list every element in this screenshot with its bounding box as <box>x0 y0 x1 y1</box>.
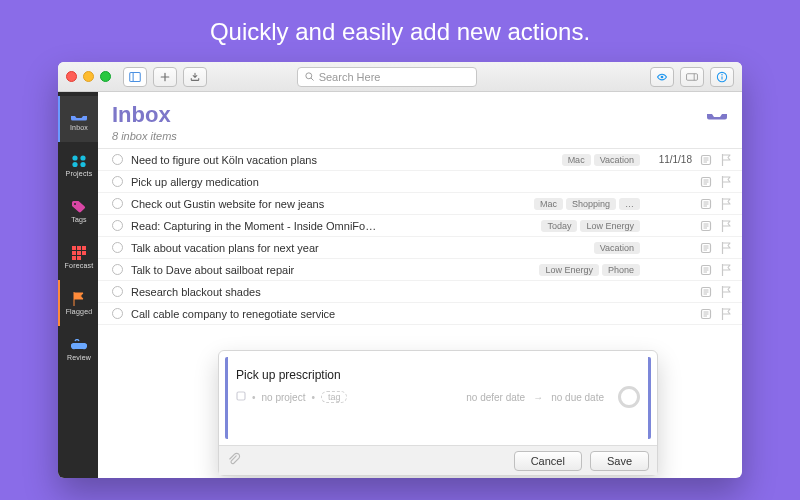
tag-chip[interactable]: Low Energy <box>580 220 640 232</box>
svg-rect-21 <box>72 256 76 260</box>
svg-rect-16 <box>77 246 81 250</box>
flag-icon[interactable] <box>720 176 732 188</box>
task-row[interactable]: Research blackout shades <box>98 281 742 303</box>
note-icon[interactable] <box>700 176 712 188</box>
svg-rect-18 <box>72 251 76 255</box>
tag-chip[interactable]: … <box>619 198 640 210</box>
quick-entry-project[interactable]: no project <box>262 392 306 403</box>
search-placeholder: Search Here <box>319 71 381 83</box>
svg-point-10 <box>72 155 77 160</box>
task-date: 11/1/18 <box>648 154 692 165</box>
quick-entry-defer[interactable]: no defer date <box>466 392 525 403</box>
status-circle[interactable] <box>112 286 123 297</box>
task-row[interactable]: Talk about vacation plans for next yearV… <box>98 237 742 259</box>
svg-rect-17 <box>82 246 86 250</box>
flag-icon[interactable] <box>720 198 732 210</box>
task-title: Read: Capturing in the Moment - Inside O… <box>131 220 533 232</box>
sidebar-item-flagged[interactable]: Flagged <box>58 280 98 326</box>
status-circle[interactable] <box>112 308 123 319</box>
flag-icon[interactable] <box>720 154 732 166</box>
quick-entry-due[interactable]: no due date <box>551 392 604 403</box>
task-row[interactable]: Need to figure out Köln vacation plansMa… <box>98 149 742 171</box>
note-icon[interactable] <box>700 154 712 166</box>
sidebar-item-inbox[interactable]: Inbox <box>58 96 98 142</box>
cancel-button[interactable]: Cancel <box>514 451 582 471</box>
inbox-icon <box>70 108 88 122</box>
sidebar-item-projects[interactable]: Projects <box>58 142 98 188</box>
note-icon[interactable] <box>700 220 712 232</box>
svg-rect-0 <box>130 72 141 81</box>
close-window-button[interactable] <box>66 71 77 82</box>
svg-rect-55 <box>237 392 245 400</box>
tag-chip[interactable]: Today <box>541 220 577 232</box>
tag-chip[interactable]: Phone <box>602 264 640 276</box>
sidebar-item-tags[interactable]: Tags <box>58 188 98 234</box>
svg-point-12 <box>72 161 77 166</box>
status-circle[interactable] <box>112 220 123 231</box>
task-row[interactable]: Read: Capturing in the Moment - Inside O… <box>98 215 742 237</box>
task-row[interactable]: Call cable company to renegotiate servic… <box>98 303 742 325</box>
info-icon <box>716 71 728 83</box>
tag-chip[interactable]: Low Energy <box>539 264 599 276</box>
attachment-icon[interactable] <box>227 452 241 470</box>
note-icon[interactable] <box>700 242 712 254</box>
flag-icon[interactable] <box>720 220 732 232</box>
info-button[interactable] <box>710 67 734 87</box>
quick-entry-panel: • no project • tag no defer date → no du… <box>218 350 658 476</box>
status-circle[interactable] <box>112 242 123 253</box>
flag-icon[interactable] <box>720 286 732 298</box>
svg-point-14 <box>74 203 76 205</box>
tag-chip[interactable]: Vacation <box>594 154 640 166</box>
flag-icon[interactable] <box>720 242 732 254</box>
page-title: Inbox <box>112 102 177 128</box>
search-field[interactable]: Search Here <box>297 67 477 87</box>
eye-icon <box>656 71 668 83</box>
status-circle[interactable] <box>112 154 123 165</box>
note-icon[interactable] <box>700 308 712 320</box>
toggle-inspector-button[interactable] <box>680 67 704 87</box>
search-icon <box>304 71 315 82</box>
task-tags: MacShopping… <box>534 198 640 210</box>
save-button[interactable]: Save <box>590 451 649 471</box>
sidebar-item-forecast[interactable]: Forecast <box>58 234 98 280</box>
svg-point-13 <box>80 161 85 166</box>
flag-icon[interactable] <box>720 264 732 276</box>
task-row[interactable]: Pick up allergy medication <box>98 171 742 193</box>
view-options-button[interactable] <box>650 67 674 87</box>
note-icon[interactable] <box>700 198 712 210</box>
task-title: Talk about vacation plans for next year <box>131 242 586 254</box>
sidebar-item-review[interactable]: Review <box>58 326 98 372</box>
svg-line-3 <box>311 78 313 80</box>
minimize-window-button[interactable] <box>83 71 94 82</box>
tag-chip[interactable]: Mac <box>562 154 591 166</box>
note-icon[interactable] <box>700 264 712 276</box>
tag-chip[interactable]: Shopping <box>566 198 616 210</box>
toggle-sidebar-button[interactable] <box>123 67 147 87</box>
status-circle[interactable] <box>112 264 123 275</box>
inbox-header-icon <box>706 106 728 124</box>
status-circle[interactable] <box>112 176 123 187</box>
traffic-lights <box>66 71 111 82</box>
svg-point-8 <box>721 74 723 76</box>
note-icon[interactable] <box>700 286 712 298</box>
task-title: Research blackout shades <box>131 286 632 298</box>
flag-icon[interactable] <box>720 308 732 320</box>
tag-chip[interactable]: Vacation <box>594 242 640 254</box>
quick-entry-title-input[interactable] <box>236 368 640 382</box>
new-action-button[interactable] <box>153 67 177 87</box>
svg-rect-19 <box>77 251 81 255</box>
flag-icon <box>70 292 88 306</box>
zoom-window-button[interactable] <box>100 71 111 82</box>
page-subtitle: 8 inbox items <box>112 130 177 142</box>
status-circle[interactable] <box>112 198 123 209</box>
task-row[interactable]: Talk to Dave about sailboat repairLow En… <box>98 259 742 281</box>
task-title: Check out Gustin website for new jeans <box>131 198 526 210</box>
task-row[interactable]: Check out Gustin website for new jeansMa… <box>98 193 742 215</box>
quick-entry-button[interactable] <box>183 67 207 87</box>
quick-entry-tag[interactable]: tag <box>321 391 348 403</box>
svg-rect-20 <box>82 251 86 255</box>
quick-entry-status-circle[interactable] <box>618 386 640 408</box>
svg-point-4 <box>661 75 664 78</box>
task-tags: TodayLow Energy <box>541 220 640 232</box>
tag-chip[interactable]: Mac <box>534 198 563 210</box>
